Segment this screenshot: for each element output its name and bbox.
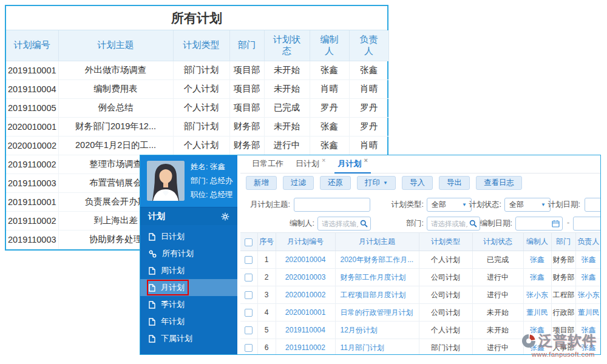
plan-date-filter-input-wrap bbox=[585, 198, 600, 212]
table-row[interactable]: 2019110001 外出做市场调查 部门计划 项目部 未开始 张鑫 张鑫 bbox=[6, 61, 388, 79]
compiler-link[interactable]: 张鑫 bbox=[523, 251, 551, 269]
compiler-link[interactable]: 张小东 bbox=[523, 286, 551, 304]
table-row[interactable]: 2020010002 2020年1月2日的工... 个人计划 财务部 进行中 张… bbox=[6, 136, 388, 155]
gear-icon[interactable] bbox=[221, 212, 229, 221]
tab-close-icon[interactable]: × bbox=[322, 157, 325, 164]
sidebar-item[interactable]: 年计划 bbox=[140, 313, 237, 330]
sidebar-section-header: 计划 bbox=[140, 207, 237, 225]
owner-link[interactable]: 张小东 bbox=[575, 286, 600, 304]
search-icon[interactable] bbox=[360, 220, 368, 229]
plan-subject-link[interactable]: 日常的行政管理月计划 bbox=[335, 304, 419, 322]
plan-code-cell: 2019110001 bbox=[6, 61, 58, 79]
toolbar-button-label: 新增 bbox=[254, 178, 269, 188]
column-header: 计划状态 bbox=[472, 233, 523, 251]
plan-code-link[interactable]: 2019110002 bbox=[276, 339, 335, 355]
plan-subject-link[interactable]: 财务部工作月度计划 bbox=[335, 269, 419, 286]
sidebar-item[interactable]: 所有计划 bbox=[140, 245, 237, 262]
plan-subject-cell: 编制费用表 bbox=[58, 79, 173, 98]
table-row[interactable]: 2020010001 财务部门2019年12... 部门计划 财务部 未开始 张… bbox=[6, 117, 388, 136]
sidebar-item[interactable]: 下属计划 bbox=[140, 330, 237, 347]
sidebar-item-label: 所有计划 bbox=[162, 248, 194, 259]
compile-date-to-input[interactable] bbox=[574, 217, 600, 230]
file-icon bbox=[149, 267, 155, 275]
plan-code-link[interactable]: 2020010003 bbox=[276, 269, 335, 286]
dept-filter-label: 部门: bbox=[386, 217, 424, 230]
plan-subject-link[interactable]: 工程项目部月度计划 bbox=[335, 286, 419, 304]
toolbar-button[interactable]: 导出 ▼ bbox=[439, 176, 470, 190]
table-row[interactable]: 2 2020010003 财务部工作月度计划 公司计划 进行中 张鑫 财务部 张… bbox=[240, 269, 600, 286]
user-field-value: 总经理 bbox=[210, 190, 233, 199]
owner-link[interactable]: 董川民 bbox=[575, 304, 600, 322]
column-header: 编制人 bbox=[310, 30, 349, 61]
owner-cell: 张鑫 bbox=[349, 61, 388, 79]
row-checkbox[interactable] bbox=[245, 256, 253, 264]
owner-link[interactable]: 张鑫 bbox=[575, 251, 600, 269]
table-row[interactable]: 4 2020010001 日常的行政管理月计划 公司计划 未开始 董川民 行政部… bbox=[240, 304, 600, 322]
plan-subject-link[interactable]: 11月部门计划 bbox=[335, 339, 419, 355]
owner-cell: 罗丹 bbox=[349, 117, 388, 136]
toolbar-button-label: 导出 bbox=[447, 178, 462, 188]
toolbar-button[interactable]: 打印 ▼ bbox=[357, 176, 396, 190]
sidebar-item[interactable]: 日计划 bbox=[140, 228, 237, 245]
sidebar-item[interactable]: 月计划 bbox=[140, 279, 237, 296]
tab-close-icon[interactable]: × bbox=[364, 157, 367, 164]
file-icon bbox=[149, 318, 155, 326]
table-header-row: 计划编号 计划主题 计划类型 部门 计划状态 编制人 负责人 bbox=[6, 30, 388, 61]
screen: 所有计划 计划编号 计划主题 计划类型 部门 计划状态 编制人 bbox=[0, 0, 607, 364]
file-icon bbox=[149, 233, 155, 241]
plan-type-cell: 部门计划 bbox=[173, 61, 229, 79]
calendar-icon[interactable] bbox=[552, 220, 560, 229]
table-row[interactable]: 2019110004 编制费用表 个人计划 项目部 未开始 肖晴 肖晴 bbox=[6, 79, 388, 98]
plan-type-cell: 个人计划 bbox=[173, 79, 229, 98]
owner-link[interactable]: 张鑫 bbox=[575, 269, 600, 286]
department-cell: 财务部 bbox=[229, 117, 264, 136]
compiler-filter-label: 编制人: bbox=[265, 217, 314, 230]
row-checkbox[interactable] bbox=[245, 274, 253, 281]
tab[interactable]: 日计划 × bbox=[293, 155, 328, 174]
toolbar-button[interactable]: 新增 ▼ bbox=[246, 176, 277, 190]
table-row[interactable]: 2019110005 例会总结 个人计划 项目部 已完成 罗丹 罗丹 bbox=[6, 98, 388, 117]
tab[interactable]: 日常工作 × bbox=[249, 155, 287, 174]
owner-cell: 肖晴 bbox=[349, 79, 388, 98]
sidebar-item-inner: 周计划 bbox=[148, 264, 188, 277]
subject-filter-input[interactable] bbox=[294, 198, 370, 211]
plan-code-link[interactable]: 2020010004 bbox=[276, 251, 335, 269]
table-row[interactable]: 3 2020010002 工程项目部月度计划 公司计划 进行中 张小东 工程部 … bbox=[240, 286, 600, 304]
plan-subject-link[interactable]: 2020年财务部工作月... bbox=[335, 251, 419, 269]
compiler-cell: 张鑫 bbox=[310, 61, 349, 79]
plan-type-cell: 部门计划 bbox=[173, 117, 229, 136]
owner-cell: 肖晴 bbox=[349, 136, 388, 155]
plan-code-link[interactable]: 2020010001 bbox=[276, 304, 335, 322]
plan-subject-cell: 财务部门2019年12... bbox=[58, 117, 173, 136]
tab[interactable]: 月计划 × bbox=[334, 155, 370, 174]
compiler-link[interactable]: 张鑫 bbox=[523, 269, 551, 286]
row-checkbox-cell bbox=[240, 286, 257, 304]
row-checkbox-cell bbox=[240, 304, 257, 322]
column-header: 计划类型 bbox=[419, 233, 472, 251]
sidebar-item[interactable]: 季计划 bbox=[140, 296, 237, 313]
plan-type-cell: 部门计划 bbox=[419, 339, 472, 355]
row-checkbox[interactable] bbox=[245, 309, 253, 317]
row-checkbox[interactable] bbox=[245, 344, 253, 352]
select-all-checkbox[interactable] bbox=[245, 238, 253, 246]
row-checkbox[interactable] bbox=[245, 326, 253, 334]
filter-area: 月计划主题: 计划类型: 全部▼ 计划状态: 全部▼ 计划日期: 编制人: 部门… bbox=[240, 192, 600, 232]
row-checkbox[interactable] bbox=[245, 291, 253, 299]
plan-code-link[interactable]: 2019110004 bbox=[276, 322, 335, 339]
compiler-link[interactable]: 董川民 bbox=[523, 304, 551, 322]
toolbar-button[interactable]: 还原 ▼ bbox=[320, 176, 351, 190]
toolbar-button[interactable]: 查看日志 ▼ bbox=[476, 176, 522, 190]
table-row[interactable]: 1 2020010004 2020年财务部工作月... 个人计划 已完成 张鑫 … bbox=[240, 251, 600, 269]
plan-status-cell: 未开始 bbox=[264, 61, 310, 79]
main-content: 日常工作 × 日计划 × 月计划 × bbox=[240, 155, 600, 354]
plan-code-link[interactable]: 2020010002 bbox=[276, 286, 335, 304]
plan-subject-link[interactable]: 12月份计划 bbox=[335, 322, 419, 339]
toolbar-button[interactable]: 导入 ▼ bbox=[402, 176, 433, 190]
toolbar-button[interactable]: 过滤 ▼ bbox=[283, 176, 314, 190]
user-fields: 姓名: 张鑫 部门: 总经办 职位: 总经理 bbox=[191, 161, 232, 201]
file-icon bbox=[149, 301, 155, 309]
plan-date-filter-input[interactable] bbox=[585, 198, 600, 211]
serial-cell: 1 bbox=[257, 251, 276, 269]
row-checkbox-cell bbox=[240, 269, 257, 286]
sidebar-item[interactable]: 周计划 bbox=[140, 262, 237, 279]
